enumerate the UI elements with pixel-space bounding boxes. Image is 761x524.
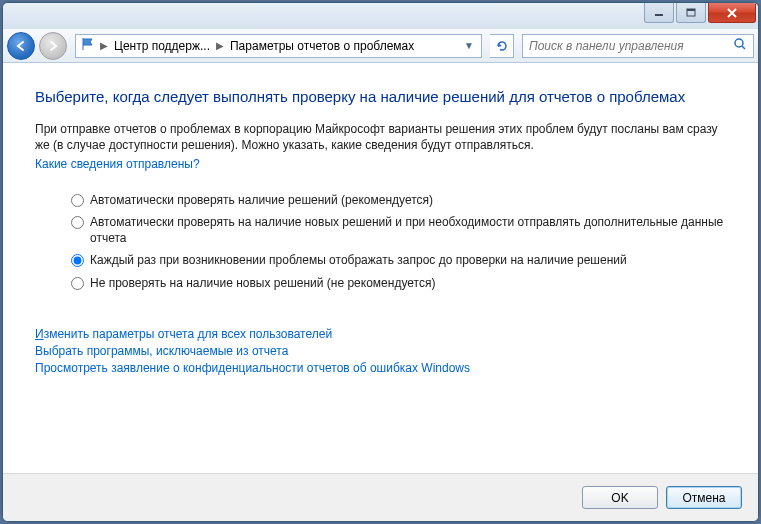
search-icon[interactable] [733, 37, 747, 55]
select-programs-link[interactable]: Выбрать программы, исключаемые из отчета [35, 344, 288, 358]
search-box[interactable] [522, 34, 754, 58]
maximize-icon [686, 8, 696, 17]
breadcrumb-separator-icon: ▶ [100, 40, 108, 51]
svg-rect-2 [687, 9, 695, 11]
radio-label-3[interactable]: Каждый раз при возникновении проблемы от… [90, 252, 627, 268]
address-dropdown-icon[interactable]: ▼ [461, 40, 477, 51]
minimize-icon [654, 9, 664, 17]
breadcrumb-item-1[interactable]: Центр поддерж... [112, 39, 212, 53]
window-frame: ▶ Центр поддерж... ▶ Параметры отчетов о… [2, 2, 759, 522]
content-area: Выберите, когда следует выполнять провер… [3, 63, 758, 473]
privacy-statement-link[interactable]: Просмотреть заявление о конфиденциальнос… [35, 361, 470, 375]
links-section: Изменить параметры отчета для всех польз… [35, 327, 726, 375]
search-input[interactable] [529, 39, 733, 53]
close-icon [726, 8, 738, 18]
radio-option-3: Каждый раз при возникновении проблемы от… [71, 252, 726, 268]
address-bar[interactable]: ▶ Центр поддерж... ▶ Параметры отчетов о… [75, 34, 482, 58]
radio-label-2[interactable]: Автоматически проверять на наличие новых… [90, 214, 726, 246]
minimize-button[interactable] [644, 3, 674, 23]
titlebar [3, 3, 758, 29]
refresh-icon [495, 39, 509, 53]
radio-input-4[interactable] [71, 277, 84, 290]
footer-button-bar: OK Отмена [3, 473, 758, 521]
radio-group: Автоматически проверять наличие решений … [71, 192, 726, 291]
radio-option-1: Автоматически проверять наличие решений … [71, 192, 726, 208]
navigation-bar: ▶ Центр поддерж... ▶ Параметры отчетов о… [3, 29, 758, 63]
svg-line-4 [742, 46, 745, 49]
forward-button[interactable] [39, 32, 67, 60]
close-button[interactable] [708, 3, 756, 23]
radio-label-4[interactable]: Не проверять на наличие новых решений (н… [90, 275, 435, 291]
forward-arrow-icon [46, 39, 60, 53]
info-link[interactable]: Какие сведения отправлены? [35, 157, 200, 171]
radio-option-2: Автоматически проверять на наличие новых… [71, 214, 726, 246]
svg-point-3 [735, 39, 743, 47]
refresh-button[interactable] [490, 34, 514, 58]
breadcrumb-item-2[interactable]: Параметры отчетов о проблемах [228, 39, 416, 53]
svg-rect-0 [655, 14, 663, 16]
cancel-button[interactable]: Отмена [666, 486, 742, 509]
radio-label-1[interactable]: Автоматически проверять наличие решений … [90, 192, 433, 208]
intro-text: При отправке отчетов о проблемах в корпо… [35, 121, 726, 153]
radio-input-1[interactable] [71, 194, 84, 207]
radio-option-4: Не проверять на наличие новых решений (н… [71, 275, 726, 291]
flag-icon [80, 37, 96, 54]
radio-input-3[interactable] [71, 254, 84, 267]
back-arrow-icon [14, 39, 28, 53]
maximize-button[interactable] [676, 3, 706, 23]
back-button[interactable] [7, 32, 35, 60]
change-params-link[interactable]: Изменить параметры отчета для всех польз… [35, 327, 332, 341]
page-heading: Выберите, когда следует выполнять провер… [35, 87, 726, 107]
breadcrumb-separator-icon: ▶ [216, 40, 224, 51]
ok-button[interactable]: OK [582, 486, 658, 509]
radio-input-2[interactable] [71, 216, 84, 229]
